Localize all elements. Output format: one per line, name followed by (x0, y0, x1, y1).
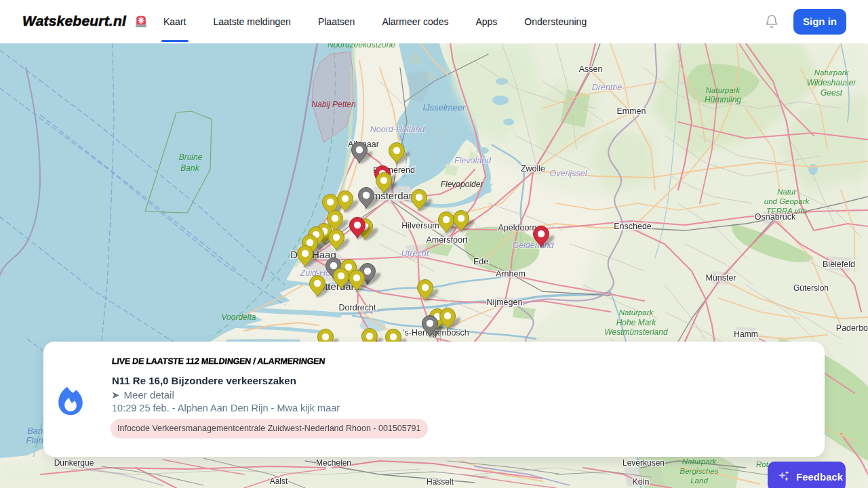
svg-text:Leverkusen: Leverkusen (623, 458, 665, 468)
svg-text:und Geopark: und Geopark (764, 197, 810, 205)
svg-text:Bank: Bank (180, 163, 199, 173)
svg-text:Emmen: Emmen (616, 106, 646, 116)
svg-text:Geest: Geest (821, 88, 843, 98)
svg-text:Zwolle: Zwolle (521, 164, 545, 174)
svg-text:Bergisches: Bergisches (680, 467, 719, 475)
svg-text:Arnhem: Arnhem (496, 269, 526, 279)
svg-text:Bielefeld: Bielefeld (823, 260, 855, 269)
svg-text:Köln: Köln (632, 477, 649, 487)
svg-text:Overijssel: Overijssel (550, 169, 588, 178)
svg-text:Assen: Assen (579, 64, 603, 74)
svg-text:Noord-Holland: Noord-Holland (370, 125, 426, 134)
svg-text:Osnabrück: Osnabrück (755, 212, 796, 222)
svg-text:IJsselmeer: IJsselmeer (423, 102, 467, 113)
svg-text:Amersfoort: Amersfoort (426, 235, 468, 245)
svg-text:Hümmling: Hümmling (705, 95, 741, 104)
svg-text:Aalst: Aalst (270, 476, 288, 486)
svg-text:Paderborn: Paderborn (836, 323, 868, 333)
svg-text:Naturpark: Naturpark (619, 308, 654, 317)
svg-text:Land: Land (690, 476, 708, 485)
svg-text:Westmünsterland: Westmünsterland (604, 327, 667, 337)
svg-text:Voordelta: Voordelta (222, 312, 256, 322)
svg-text:Natur: Natur (777, 188, 797, 196)
svg-text:Nabij Petten: Nabij Petten (311, 100, 356, 109)
svg-text:Nijmegen: Nijmegen (487, 298, 523, 307)
svg-text:Mechelen: Mechelen (316, 458, 351, 468)
svg-text:Wildeshauser: Wildeshauser (807, 78, 857, 87)
svg-text:Noordzeekustzone: Noordzeekustzone (328, 43, 395, 49)
svg-text:Hasselt: Hasselt (427, 477, 454, 487)
svg-text:Utrecht: Utrecht (401, 249, 429, 258)
svg-text:Hohe Mark: Hohe Mark (616, 318, 657, 327)
svg-text:Dordrecht: Dordrecht (339, 303, 376, 312)
svg-text:Rot: Rot (756, 460, 769, 468)
svg-text:Hilversum: Hilversum (401, 221, 439, 230)
svg-text:Gütersloh: Gütersloh (793, 283, 829, 293)
svg-text:Flevoland: Flevoland (454, 156, 492, 165)
svg-text:Ede: Ede (473, 257, 488, 266)
svg-text:Drenthe: Drenthe (592, 83, 623, 92)
svg-text:Apeldoorn: Apeldoorn (498, 223, 537, 232)
svg-text:Enschede: Enschede (614, 222, 652, 231)
svg-text:Hamm: Hamm (734, 329, 757, 339)
svg-text:Naturpark: Naturpark (706, 86, 741, 94)
svg-text:Naturpark: Naturpark (814, 68, 850, 77)
svg-text:Dunkerque: Dunkerque (54, 458, 94, 468)
svg-text:Münster: Münster (705, 273, 736, 283)
svg-text:Naturpark: Naturpark (682, 458, 717, 466)
svg-text:Bruine: Bruine (179, 152, 203, 162)
svg-text:Flevopolder: Flevopolder (441, 180, 484, 189)
